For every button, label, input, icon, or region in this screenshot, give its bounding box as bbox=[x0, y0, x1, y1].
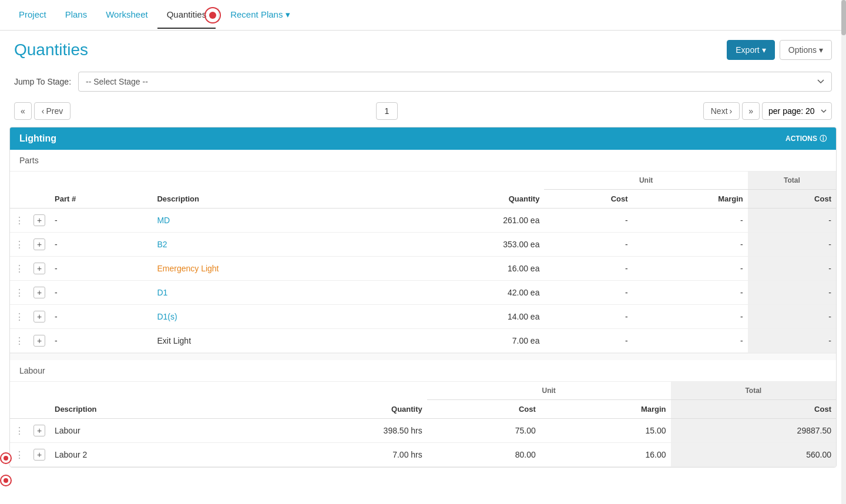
row-description[interactable]: B2 bbox=[152, 233, 390, 257]
drag-handle[interactable]: ⋮ bbox=[10, 257, 29, 281]
row-unit-cost: - bbox=[544, 257, 632, 281]
page-header: Quantities Export ▾ Options ▾ bbox=[0, 31, 846, 67]
row-unit-cost: - bbox=[544, 281, 632, 305]
row-quantity: 14.00 ea bbox=[390, 305, 544, 329]
export-dropdown-icon: ▾ bbox=[762, 45, 766, 55]
table-row: ⋮ + - B2 353.00 ea - - - bbox=[10, 233, 836, 257]
add-handle[interactable]: + bbox=[29, 329, 50, 353]
tab-recent-plans[interactable]: Recent Plans ▾ bbox=[221, 1, 299, 29]
row-unit-margin: 16.00 bbox=[540, 443, 671, 467]
left-indicator-2 bbox=[0, 475, 12, 477]
nav-bar: Project Plans Worksheet Quantities Recen… bbox=[0, 0, 846, 31]
prev-button[interactable]: ‹ Prev bbox=[34, 102, 70, 120]
actions-info-icon: ⓘ bbox=[820, 134, 827, 144]
row-total-cost: - bbox=[748, 305, 836, 329]
parts-table-body: ⋮ + - MD 261.00 ea - - - ⋮ + - B2 353.00… bbox=[10, 209, 836, 353]
row-quantity: 42.00 ea bbox=[390, 281, 544, 305]
parts-group-header: Unit Total bbox=[10, 172, 836, 190]
next-button[interactable]: Next › bbox=[703, 102, 740, 120]
parts-table: Unit Total Part # Description Quantity C… bbox=[10, 172, 836, 353]
labour-col-quantity: Quantity bbox=[244, 400, 427, 419]
add-handle[interactable]: + bbox=[29, 443, 50, 467]
scrollbar-track[interactable] bbox=[841, 0, 846, 477]
part-num: - bbox=[50, 329, 152, 353]
jump-stage-row: Jump To Stage: -- Select Stage -- bbox=[0, 67, 846, 99]
row-description: Labour 2 bbox=[50, 443, 244, 467]
header-actions: Export ▾ Options ▾ bbox=[727, 40, 832, 60]
col-description: Description bbox=[152, 190, 390, 209]
labour-table: Unit Total Description Quantity Cost Mar… bbox=[10, 382, 836, 467]
unit-group-header: Unit bbox=[544, 172, 747, 190]
table-row: ⋮ + Labour 398.50 hrs 75.00 15.00 29887.… bbox=[10, 419, 836, 443]
stage-select[interactable]: -- Select Stage -- bbox=[78, 72, 832, 92]
drag-handle[interactable]: ⋮ bbox=[10, 305, 29, 329]
table-row: ⋮ + - D1(s) 14.00 ea - - - bbox=[10, 305, 836, 329]
table-row: ⋮ + - MD 261.00 ea - - - bbox=[10, 209, 836, 233]
part-num: - bbox=[50, 233, 152, 257]
row-quantity: 398.50 hrs bbox=[244, 419, 427, 443]
part-num: - bbox=[50, 257, 152, 281]
add-handle[interactable]: + bbox=[29, 419, 50, 443]
recent-plans-dropdown-icon: ▾ bbox=[286, 9, 290, 19]
labour-total-group-header: Total bbox=[671, 382, 836, 400]
labour-col-header: Description Quantity Cost Margin Cost bbox=[10, 400, 836, 419]
add-handle[interactable]: + bbox=[29, 257, 50, 281]
drag-handle[interactable]: ⋮ bbox=[10, 281, 29, 305]
drag-handle[interactable]: ⋮ bbox=[10, 329, 29, 353]
section-header-lighting: Lighting ACTIONS ⓘ bbox=[10, 127, 836, 150]
drag-handle[interactable]: ⋮ bbox=[10, 419, 29, 443]
table-row: ⋮ + Labour 2 7.00 hrs 80.00 16.00 560.00 bbox=[10, 443, 836, 467]
row-unit-margin: - bbox=[633, 257, 748, 281]
scrollbar-thumb[interactable] bbox=[841, 0, 846, 35]
part-num: - bbox=[50, 209, 152, 233]
drag-handle[interactable]: ⋮ bbox=[10, 209, 29, 233]
left-indicator-dot-1 bbox=[4, 456, 8, 461]
subsection-label-parts: Parts bbox=[10, 150, 836, 172]
page-title: Quantities bbox=[14, 41, 88, 59]
drag-handle[interactable]: ⋮ bbox=[10, 443, 29, 467]
per-page-select[interactable]: per page: 20 bbox=[762, 102, 832, 120]
row-total-cost: - bbox=[748, 209, 836, 233]
actions-button[interactable]: ACTIONS ⓘ bbox=[785, 134, 827, 144]
add-handle[interactable]: + bbox=[29, 281, 50, 305]
row-description[interactable]: D1(s) bbox=[152, 305, 390, 329]
add-handle[interactable]: + bbox=[29, 305, 50, 329]
row-unit-cost: - bbox=[544, 329, 632, 353]
col-unit-margin: Margin bbox=[633, 190, 748, 209]
labour-table-body: ⋮ + Labour 398.50 hrs 75.00 15.00 29887.… bbox=[10, 419, 836, 467]
first-page-button[interactable]: « bbox=[14, 102, 32, 120]
lighting-section: Lighting ACTIONS ⓘ Parts Unit Total Part… bbox=[9, 127, 837, 468]
row-unit-margin: - bbox=[633, 233, 748, 257]
table-row: ⋮ + - D1 42.00 ea - - - bbox=[10, 281, 836, 305]
pagination-row: « ‹ Prev 1 Next › » per page: 20 bbox=[0, 99, 846, 127]
labour-unit-group-header: Unit bbox=[427, 382, 671, 400]
col-quantity: Quantity bbox=[390, 190, 544, 209]
table-row: ⋮ + - Exit Light 7.00 ea - - - bbox=[10, 329, 836, 353]
add-handle[interactable]: + bbox=[29, 209, 50, 233]
row-description[interactable]: Emergency Light bbox=[152, 257, 390, 281]
current-page: 1 bbox=[376, 102, 398, 120]
labour-col-description: Description bbox=[50, 400, 244, 419]
export-button[interactable]: Export ▾ bbox=[727, 40, 774, 60]
options-button[interactable]: Options ▾ bbox=[780, 40, 832, 60]
row-quantity: 7.00 ea bbox=[390, 329, 544, 353]
drag-handle[interactable]: ⋮ bbox=[10, 233, 29, 257]
tab-plans[interactable]: Plans bbox=[56, 1, 97, 29]
row-unit-margin: - bbox=[633, 209, 748, 233]
last-page-button[interactable]: » bbox=[742, 102, 760, 120]
row-description[interactable]: MD bbox=[152, 209, 390, 233]
subsection-label-labour: Labour bbox=[10, 360, 836, 382]
row-description[interactable]: Exit Light bbox=[152, 329, 390, 353]
row-description[interactable]: D1 bbox=[152, 281, 390, 305]
row-unit-cost: - bbox=[544, 209, 632, 233]
row-unit-margin: - bbox=[633, 281, 748, 305]
part-num: - bbox=[50, 305, 152, 329]
recording-dot-inner bbox=[209, 12, 216, 19]
tab-worksheet[interactable]: Worksheet bbox=[96, 1, 157, 29]
add-handle[interactable]: + bbox=[29, 233, 50, 257]
tab-project[interactable]: Project bbox=[9, 1, 56, 29]
col-total-cost: Cost bbox=[748, 190, 836, 209]
part-num: - bbox=[50, 281, 152, 305]
row-quantity: 7.00 hrs bbox=[244, 443, 427, 467]
row-quantity: 16.00 ea bbox=[390, 257, 544, 281]
